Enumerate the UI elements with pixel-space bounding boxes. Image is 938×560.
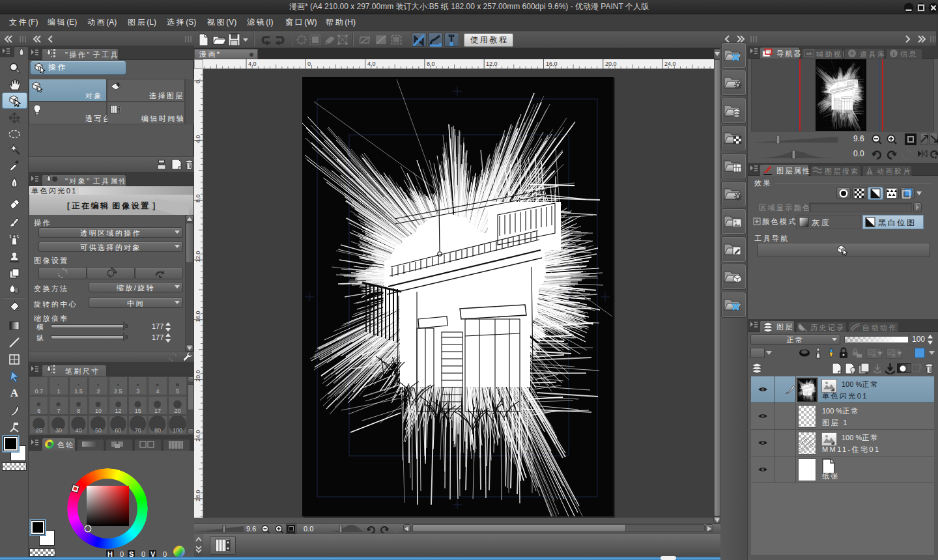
svg-text:0,: 0, (307, 61, 313, 67)
svg-text:0,: 0, (195, 78, 201, 83)
svg-text:20,0: 20,0 (605, 61, 617, 67)
svg-text:28,0: 28,0 (195, 490, 201, 501)
svg-text:24,0: 24,0 (195, 430, 201, 441)
svg-text:20,0: 20,0 (195, 370, 201, 382)
svg-text:A: A (10, 387, 19, 399)
svg-text:16,0: 16,0 (195, 311, 201, 322)
svg-text:16,0: 16,0 (546, 61, 558, 67)
svg-text:8,0: 8,0 (427, 61, 435, 67)
svg-text:12,0: 12,0 (486, 61, 498, 67)
svg-text:4,0: 4,0 (195, 135, 201, 143)
svg-text:12,0: 12,0 (195, 251, 201, 262)
svg-text:4,0: 4,0 (367, 61, 376, 67)
svg-text:4,0: 4,0 (248, 61, 257, 67)
svg-text:8,0: 8,0 (195, 194, 201, 203)
svg-text:24,0: 24,0 (664, 61, 676, 67)
